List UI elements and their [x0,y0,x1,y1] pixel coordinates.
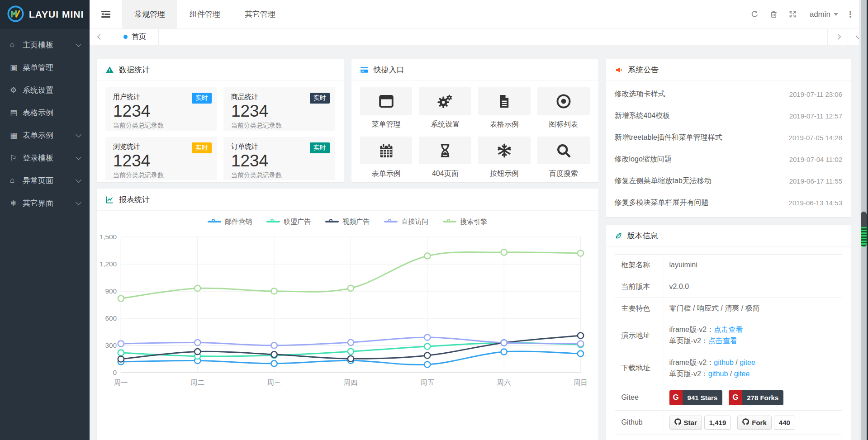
link-gitee[interactable]: gitee [740,359,755,366]
flag-icon: ⚐ [10,153,23,163]
quick-entry-baidu-search[interactable]: 百度搜索 [537,137,590,179]
legend-item[interactable]: 邮件营销 [208,218,252,226]
svg-text:1,200: 1,200 [100,260,117,268]
more-menu-icon[interactable]: ⋮ [843,9,858,19]
gitee-badge[interactable]: G941 Stars [669,390,723,405]
page-tab-home[interactable]: 首页 [111,29,159,45]
hourglass-icon [419,137,471,164]
legend-item[interactable]: 视频广告 [325,218,370,226]
tab-scroll-left-button[interactable] [90,29,111,45]
header-nav: 常规管理组件管理其它管理 [122,0,288,28]
legend-item[interactable]: 直接访问 [384,218,428,226]
version-row-label: Gitee [615,385,663,410]
chevron-right-icon [835,34,841,40]
version-row: 下载地址iframe版-v2：github / gitee单页版-v2：gith… [615,352,842,385]
stat-desc: 当前分类总记录数 [113,122,209,130]
sidebar-item-login-template[interactable]: ⚐登录模板 [0,147,90,169]
announcement-row[interactable]: 修改选项卡样式2019-07-11 23:06 [615,83,842,105]
announcement-row[interactable]: 修复左侧菜单缩放tab无法移动2019-06-17 11:55 [615,170,842,192]
tab-scroll-right-button[interactable] [827,29,848,45]
sidebar-item-error-page[interactable]: ⌂异常页面 [0,169,90,192]
sidebar-item-label: 登录模板 [23,153,53,163]
quick-entry-page-404[interactable]: 404页面 [419,137,471,179]
link-github[interactable]: github [714,359,734,366]
version-value: layuimini [669,261,697,269]
gitee-badge[interactable]: G278 Forks [729,390,783,405]
announcement-text: 新增treetable插件和菜单管理样式 [615,133,722,142]
announcement-row[interactable]: 新增系统404模板2019-07-11 12:57 [615,105,842,127]
announcement-row[interactable]: 新增treetable插件和菜单管理样式2019-07-05 14:28 [615,127,842,148]
link-点击查看[interactable]: 点击查看 [708,337,737,345]
svg-text:周六: 周六 [497,378,511,386]
quick-entry-button-demo[interactable]: 按钮示例 [478,137,531,179]
open-page-tabs: 首页 [111,29,159,45]
header-tab-1[interactable]: 组件管理 [177,0,232,28]
sidebar-item-label: 表格示例 [23,108,53,118]
quick-entry-label: 表单示例 [360,169,413,179]
announcement-date: 2019-06-17 11:55 [789,177,842,185]
quick-grid: 菜单管理系统设置表格示例图标列表表单示例404页面按钮示例百度搜索 [351,81,598,181]
svg-text:900: 900 [105,287,117,295]
layui-mini-logo-icon [7,5,24,24]
app-window: LAYUI MINI ⌂主页模板▣菜单管理⚙系统设置▤表格示例▦表单示例⚐登录模… [0,0,868,440]
scrollbar-thumb[interactable] [861,212,867,247]
asterisk-icon [478,137,531,164]
svg-text:600: 600 [105,314,117,322]
sidebar-item-label: 异常页面 [23,175,53,186]
link-github[interactable]: github [708,370,728,378]
sidebar-item-form-demo[interactable]: ▦表单示例 [0,124,90,147]
sidebar-collapse-button[interactable] [90,0,122,28]
version-row-label: 框架名称 [615,255,663,276]
quick-entry-menu-manage[interactable]: 菜单管理 [360,87,413,129]
quick-entry-title: 快捷入口 [374,65,404,75]
sidebar-item-other-ui[interactable]: ❄其它界面 [0,192,90,214]
leaf-icon [615,232,622,240]
version-card: 版本信息 框架名称layuimini当前版本v2.0.0主要特色零门槛 / 响应… [606,225,851,440]
stat-box: 商品统计1234当前分类总记录数实时 [223,87,335,131]
sidebar-item-table-demo[interactable]: ▤表格示例 [0,101,90,124]
header-tab-0[interactable]: 常规管理 [122,0,177,28]
user-dropdown[interactable]: admin [810,10,838,19]
quick-entry-table-demo[interactable]: 表格示例 [478,87,531,129]
github-badge[interactable]: Star1,419 [669,416,731,430]
file-icon: ▤ [10,108,23,118]
logo[interactable]: LAYUI MINI [0,0,90,29]
line-chart-icon [105,195,114,204]
link-点击查看[interactable]: 点击查看 [714,326,743,333]
quick-entry-system-setting[interactable]: 系统设置 [419,87,471,129]
announcement-row[interactable]: 修复多模块菜单栏展开有问题2019-06-13 14:53 [615,192,842,213]
github-badge[interactable]: Fork440 [737,416,795,430]
realtime-badge: 实时 [192,93,212,104]
link-gitee[interactable]: gitee [734,370,750,378]
quick-entry-label: 按钮示例 [478,169,531,179]
github-octocat-icon [742,417,749,428]
sidebar-item-home-template[interactable]: ⌂主页模板 [0,33,90,56]
svg-text:周四: 周四 [344,378,358,386]
legend-marker-icon [208,221,221,222]
refresh-icon[interactable] [745,10,764,19]
legend-item[interactable]: 联盟广告 [266,218,311,226]
svg-text:周二: 周二 [190,378,204,386]
sidebar: LAYUI MINI ⌂主页模板▣菜单管理⚙系统设置▤表格示例▦表单示例⚐登录模… [0,0,90,440]
header-tab-2[interactable]: 其它管理 [232,0,288,28]
svg-text:周三: 周三 [267,378,281,386]
chevron-down-icon [76,41,81,47]
sidebar-item-label: 表单示例 [23,130,53,141]
version-row-label: Github [615,410,663,435]
announcements-card: 系统公告 修改选项卡样式2019-07-11 23:06新增系统404模板201… [606,59,851,217]
announcement-row[interactable]: 修改logo缩放问题2019-07-04 11:02 [615,148,842,170]
quick-entry-icon-list[interactable]: 图标列表 [537,87,590,129]
quick-entry-form-demo[interactable]: 表单示例 [360,137,413,179]
announcement-text: 修改logo缩放问题 [615,155,672,164]
tab-bar-spacer [159,29,827,45]
file-icon [478,87,531,115]
legend-item[interactable]: 搜索引擎 [443,218,487,226]
trash-icon[interactable] [764,10,783,19]
sidebar-item-menu-manage[interactable]: ▣菜单管理 [0,56,90,79]
chevron-left-icon [97,34,103,40]
svg-text:周五: 周五 [420,378,434,386]
announcement-text: 修复左侧菜单缩放tab无法移动 [615,176,711,186]
chevron-down-icon [76,177,81,183]
sidebar-item-system-setting[interactable]: ⚙系统设置 [0,79,90,101]
fullscreen-icon[interactable] [783,10,802,19]
